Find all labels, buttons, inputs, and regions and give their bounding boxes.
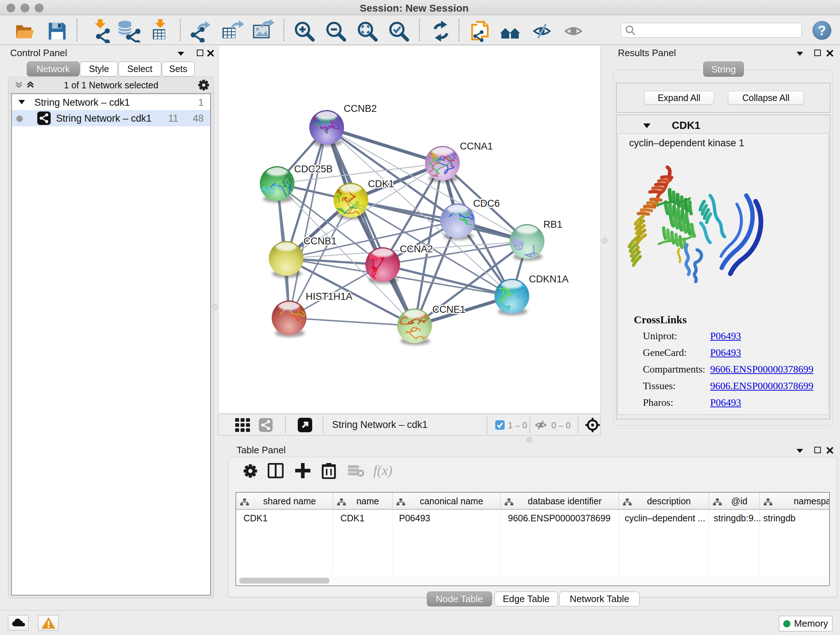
svg-text:CCNE1: CCNE1 xyxy=(432,304,466,315)
svg-text:CCNB2: CCNB2 xyxy=(344,103,377,114)
svg-text:CDC25B: CDC25B xyxy=(294,164,333,174)
svg-text:CDC6: CDC6 xyxy=(473,198,500,209)
svg-text:RB1: RB1 xyxy=(543,219,562,230)
svg-text:HIST1H1A: HIST1H1A xyxy=(306,291,352,302)
svg-text:CDK1: CDK1 xyxy=(368,179,394,189)
svg-text:CCNA1: CCNA1 xyxy=(460,141,493,152)
svg-text:CCNB1: CCNB1 xyxy=(303,236,337,247)
svg-text:CCNA2: CCNA2 xyxy=(400,244,433,255)
svg-text:CDKN1A: CDKN1A xyxy=(529,274,569,285)
